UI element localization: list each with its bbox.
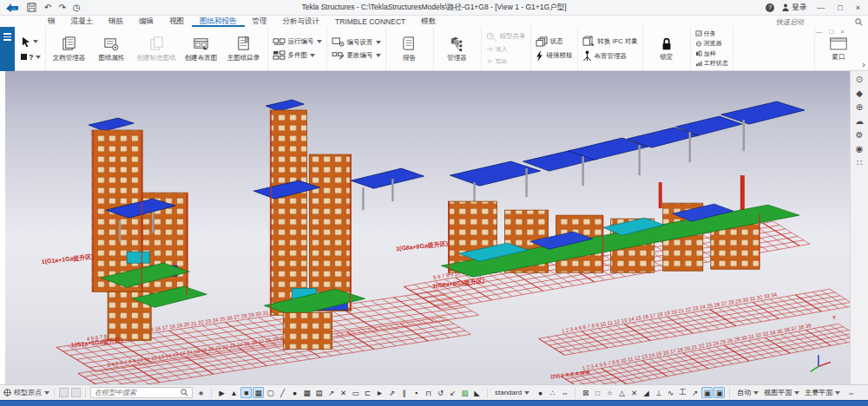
- point-tool[interactable]: ●: [289, 387, 300, 398]
- mesh-tool[interactable]: ▦: [301, 387, 312, 398]
- child-close-button[interactable]: ×: [840, 28, 845, 36]
- lotting-button[interactable]: 放样: [695, 49, 728, 58]
- ribbon-tab[interactable]: TRIMBLE CONNECT: [327, 16, 413, 27]
- snap-endpoint[interactable]: □: [592, 387, 603, 398]
- ribbon-tab[interactable]: 钢: [40, 16, 63, 27]
- ribbon-tab[interactable]: 模数: [413, 16, 444, 27]
- solid-tool[interactable]: ▪: [411, 387, 422, 398]
- minimize-button[interactable]: —: [814, 3, 827, 12]
- weld-tool[interactable]: ⊓: [423, 387, 434, 398]
- snap-midpoint[interactable]: △: [616, 387, 628, 398]
- visibility-icon[interactable]: ◉: [856, 145, 864, 154]
- pan-tool[interactable]: ↙: [447, 387, 458, 398]
- drawing-properties-button[interactable]: 图纸属性: [93, 35, 131, 63]
- snap-edge[interactable]: 工: [677, 387, 688, 398]
- plane-tool[interactable]: ▤: [313, 387, 325, 398]
- model-search[interactable]: [90, 387, 193, 398]
- ribbon-tab[interactable]: 视图: [161, 16, 192, 27]
- cloud-icon[interactable]: ☁: [855, 117, 864, 126]
- selection-help-button[interactable]: ?: [21, 53, 41, 62]
- swap-icon[interactable]: ⇔: [559, 387, 570, 398]
- search-options-button[interactable]: ∗: [195, 387, 207, 398]
- model-viewport[interactable]: 4 5 6 7 8 9 10 11 12 13 14 15 16 17 18 1…: [5, 71, 850, 384]
- create-ga-drawing-button[interactable]: 创建布置图: [182, 35, 220, 63]
- point-snap-icon[interactable]: ●: [535, 387, 546, 398]
- rotate-tool[interactable]: ↺: [435, 387, 446, 398]
- cut-tool[interactable]: ✕: [338, 387, 349, 398]
- change-numbering-button[interactable]: 更改编号: [332, 50, 381, 60]
- ribbon-tab[interactable]: 分析与设计: [275, 16, 328, 27]
- child-restore-button[interactable]: □: [829, 28, 833, 36]
- manager-button[interactable]: 管理器: [438, 35, 477, 63]
- ribbon-tab[interactable]: 管理: [245, 16, 275, 27]
- flag-tool[interactable]: ►: [374, 387, 385, 398]
- corner-tool[interactable]: ◣: [471, 387, 483, 398]
- trimble-connect-icon[interactable]: ◆: [856, 89, 863, 98]
- snap-extension[interactable]: ↗: [689, 387, 700, 398]
- pointer-tool-button[interactable]: [21, 36, 41, 48]
- numbering-settings-button[interactable]: 编号设置: [332, 37, 381, 47]
- login-button[interactable]: 登录: [782, 3, 806, 13]
- undo-icon[interactable]: ↶: [44, 3, 51, 12]
- browser-button[interactable]: 浏览器: [695, 39, 728, 48]
- master-drawing-catalog-button[interactable]: 主图纸目录: [225, 35, 263, 63]
- structure-left-cluster[interactable]: [89, 118, 207, 340]
- reports-button[interactable]: 报告: [391, 35, 429, 63]
- convert-ifc-button[interactable]: 转换 IFC 对象: [582, 36, 638, 47]
- snap-orthogonal[interactable]: ⊥: [653, 387, 664, 398]
- plane-dropdown[interactable]: 主要平面: [802, 388, 843, 397]
- model-origin-dropdown[interactable]: 模型原点: [3, 388, 49, 397]
- help-icon[interactable]: ?: [766, 3, 774, 12]
- restore-button[interactable]: □: [835, 3, 845, 12]
- jump-tool[interactable]: ⇗: [386, 387, 398, 398]
- clash-check-button[interactable]: 碰撞校核: [536, 50, 573, 62]
- ribbon-expand-button[interactable]: ›: [862, 60, 865, 69]
- settings-icon[interactable]: ⚙: [856, 131, 864, 140]
- window-button[interactable]: 窗口: [819, 36, 858, 62]
- save-icon[interactable]: [27, 3, 36, 12]
- parallel-tool[interactable]: ∥: [398, 387, 410, 398]
- history-icon[interactable]: ◷: [73, 3, 81, 12]
- snap-center[interactable]: ○: [604, 387, 615, 398]
- world-icon[interactable]: ⊕: [856, 103, 863, 112]
- tasks-button[interactable]: 任务: [695, 29, 728, 38]
- snapshot-icon[interactable]: ⊙: [856, 75, 863, 84]
- ribbon-tab[interactable]: 图纸和报告: [192, 16, 245, 27]
- select-component-switch[interactable]: ▲: [228, 387, 240, 398]
- snap-grid[interactable]: ▣: [701, 387, 713, 398]
- select-filter-switch[interactable]: ■: [240, 387, 252, 398]
- ribbon-tab[interactable]: 混凝土: [63, 16, 102, 27]
- status-button[interactable]: 状态: [536, 36, 573, 47]
- snap-points[interactable]: ⊠: [580, 387, 591, 398]
- profile-dropdown[interactable]: standard: [492, 389, 532, 396]
- select-area-switch[interactable]: ▢: [265, 387, 276, 398]
- layout-manager-button[interactable]: 布置管理器: [582, 50, 638, 62]
- plane-dropdown[interactable]: 视图平面: [761, 388, 802, 397]
- child-minimize-button[interactable]: —: [815, 28, 822, 36]
- quick-launch[interactable]: [776, 16, 863, 27]
- select-grid-switch[interactable]: ▦: [253, 387, 264, 398]
- project-status-button[interactable]: 工程状态: [695, 59, 728, 68]
- ribbon-tab[interactable]: 钢筋: [101, 16, 131, 27]
- swap-plane-button[interactable]: ⇔: [845, 387, 857, 398]
- quick-launch-input[interactable]: [776, 18, 852, 26]
- snap-perpendicular[interactable]: ◢: [641, 387, 652, 398]
- snap-tangent[interactable]: ∿: [665, 387, 676, 398]
- select-switch[interactable]: ▶: [216, 387, 227, 398]
- snap-reference[interactable]: ▣: [713, 387, 725, 398]
- close-button[interactable]: ×: [853, 3, 863, 12]
- perform-numbering-button[interactable]: 运行编号: [273, 37, 322, 47]
- apps-icon[interactable]: ∷: [857, 159, 862, 167]
- structure-right-cluster[interactable]: [441, 102, 804, 277]
- surface-tool[interactable]: ⊏: [362, 387, 373, 398]
- coordinate-toggle-2[interactable]: [71, 388, 81, 397]
- ribbon-tab[interactable]: 编辑: [131, 16, 161, 27]
- document-manager-button[interactable]: 文档管理器: [50, 35, 89, 63]
- move-tool[interactable]: ↗: [326, 387, 337, 398]
- snap-group-icon[interactable]: ∴: [547, 387, 558, 398]
- line-tool[interactable]: ╱: [277, 387, 288, 398]
- plane-dropdown[interactable]: 自动: [734, 388, 761, 397]
- file-menu-button[interactable]: [0, 27, 15, 71]
- snap-intersection[interactable]: ✕: [628, 387, 640, 398]
- model-search-input[interactable]: [95, 389, 178, 396]
